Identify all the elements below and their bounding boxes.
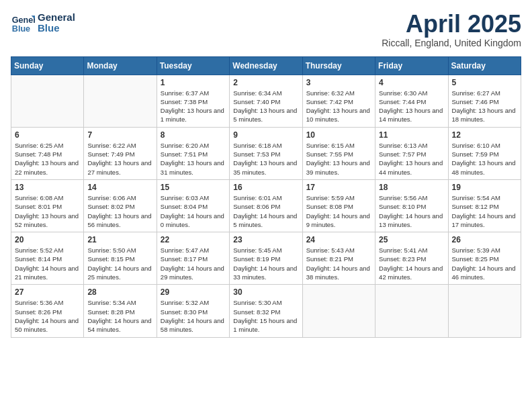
day-info: Sunrise: 6:01 AM Sunset: 8:06 PM Dayligh…: [233, 193, 298, 229]
day-info: Sunrise: 5:32 AM Sunset: 8:30 PM Dayligh…: [161, 298, 226, 334]
day-number: 27: [15, 287, 80, 297]
day-number: 24: [306, 235, 371, 244]
day-number: 25: [379, 235, 444, 244]
day-number: 1: [161, 78, 226, 87]
day-info: Sunrise: 5:52 AM Sunset: 8:14 PM Dayligh…: [15, 246, 80, 281]
calendar-week-row-5: 27Sunrise: 5:36 AM Sunset: 8:26 PM Dayli…: [11, 285, 521, 337]
calendar-cell: 14Sunrise: 6:06 AM Sunset: 8:02 PM Dayli…: [84, 179, 157, 232]
calendar-cell: 12Sunrise: 6:10 AM Sunset: 7:59 PM Dayli…: [448, 127, 521, 179]
day-info: Sunrise: 6:34 AM Sunset: 7:40 PM Dayligh…: [233, 89, 298, 124]
calendar-cell: 23Sunrise: 5:45 AM Sunset: 8:19 PM Dayli…: [230, 232, 302, 285]
location: Riccall, England, United Kingdom: [382, 38, 521, 48]
day-info: Sunrise: 6:37 AM Sunset: 7:38 PM Dayligh…: [161, 89, 226, 124]
day-number: 2: [233, 78, 298, 87]
calendar-cell: 30Sunrise: 5:30 AM Sunset: 8:32 PM Dayli…: [230, 285, 302, 337]
day-number: 17: [306, 183, 371, 192]
svg-text:Blue: Blue: [12, 24, 30, 34]
logo-general: General: [38, 12, 75, 24]
day-number: 20: [15, 235, 80, 244]
calendar-cell: 25Sunrise: 5:41 AM Sunset: 8:23 PM Dayli…: [375, 232, 448, 285]
calendar-cell: 1Sunrise: 6:37 AM Sunset: 7:38 PM Daylig…: [157, 75, 229, 127]
calendar-cell: 24Sunrise: 5:43 AM Sunset: 8:21 PM Dayli…: [302, 232, 375, 285]
day-info: Sunrise: 6:32 AM Sunset: 7:42 PM Dayligh…: [306, 89, 371, 124]
day-number: 28: [87, 287, 152, 297]
day-info: Sunrise: 5:34 AM Sunset: 8:28 PM Dayligh…: [87, 298, 152, 334]
day-info: Sunrise: 6:20 AM Sunset: 7:51 PM Dayligh…: [161, 141, 226, 177]
day-info: Sunrise: 6:27 AM Sunset: 7:46 PM Dayligh…: [452, 89, 517, 124]
day-info: Sunrise: 6:03 AM Sunset: 8:04 PM Dayligh…: [161, 193, 226, 229]
month-title: April 2025: [382, 11, 521, 38]
calendar-cell: [11, 75, 84, 127]
day-info: Sunrise: 5:50 AM Sunset: 8:15 PM Dayligh…: [87, 246, 152, 281]
day-info: Sunrise: 6:18 AM Sunset: 7:53 PM Dayligh…: [233, 141, 298, 177]
calendar-cell: 8Sunrise: 6:20 AM Sunset: 7:51 PM Daylig…: [157, 127, 229, 179]
day-info: Sunrise: 5:56 AM Sunset: 8:10 PM Dayligh…: [379, 193, 444, 229]
day-number: 23: [233, 235, 298, 244]
calendar-cell: 26Sunrise: 5:39 AM Sunset: 8:25 PM Dayli…: [448, 232, 521, 285]
weekday-header-saturday: Saturday: [448, 56, 521, 75]
calendar-cell: 19Sunrise: 5:54 AM Sunset: 8:12 PM Dayli…: [448, 179, 521, 232]
day-info: Sunrise: 6:15 AM Sunset: 7:55 PM Dayligh…: [306, 141, 371, 177]
day-number: 29: [161, 287, 226, 297]
day-number: 4: [379, 78, 444, 87]
day-number: 15: [161, 183, 226, 192]
day-info: Sunrise: 5:41 AM Sunset: 8:23 PM Dayligh…: [379, 246, 444, 281]
day-number: 30: [233, 287, 298, 297]
calendar-cell: 10Sunrise: 6:15 AM Sunset: 7:55 PM Dayli…: [302, 127, 375, 179]
day-number: 9: [233, 130, 298, 140]
title-block: April 2025 Riccall, England, United King…: [382, 11, 521, 48]
calendar-cell: 27Sunrise: 5:36 AM Sunset: 8:26 PM Dayli…: [11, 285, 84, 337]
weekday-header-thursday: Thursday: [302, 56, 375, 75]
day-info: Sunrise: 5:59 AM Sunset: 8:08 PM Dayligh…: [306, 193, 371, 229]
day-number: 8: [161, 130, 226, 140]
calendar-cell: [84, 75, 157, 127]
calendar-cell: 18Sunrise: 5:56 AM Sunset: 8:10 PM Dayli…: [375, 179, 448, 232]
day-number: 16: [233, 183, 298, 192]
day-info: Sunrise: 6:25 AM Sunset: 7:48 PM Dayligh…: [15, 141, 80, 177]
calendar-cell: 2Sunrise: 6:34 AM Sunset: 7:40 PM Daylig…: [230, 75, 302, 127]
day-number: 19: [452, 183, 517, 192]
day-info: Sunrise: 6:08 AM Sunset: 8:01 PM Dayligh…: [15, 193, 80, 229]
weekday-header-wednesday: Wednesday: [230, 56, 302, 75]
day-number: 7: [87, 130, 152, 140]
day-info: Sunrise: 5:54 AM Sunset: 8:12 PM Dayligh…: [452, 193, 517, 229]
calendar-cell: 15Sunrise: 6:03 AM Sunset: 8:04 PM Dayli…: [157, 179, 229, 232]
calendar-week-row-3: 13Sunrise: 6:08 AM Sunset: 8:01 PM Dayli…: [11, 179, 521, 232]
weekday-header-monday: Monday: [84, 56, 157, 75]
day-number: 12: [452, 130, 517, 140]
calendar-cell: 7Sunrise: 6:22 AM Sunset: 7:49 PM Daylig…: [84, 127, 157, 179]
calendar-cell: 22Sunrise: 5:47 AM Sunset: 8:17 PM Dayli…: [157, 232, 229, 285]
day-info: Sunrise: 5:30 AM Sunset: 8:32 PM Dayligh…: [233, 298, 298, 334]
logo-icon: General Blue: [11, 11, 35, 35]
calendar-cell: 20Sunrise: 5:52 AM Sunset: 8:14 PM Dayli…: [11, 232, 84, 285]
day-number: 11: [379, 130, 444, 140]
calendar-cell: 28Sunrise: 5:34 AM Sunset: 8:28 PM Dayli…: [84, 285, 157, 337]
calendar-cell: 16Sunrise: 6:01 AM Sunset: 8:06 PM Dayli…: [230, 179, 302, 232]
calendar-cell: 17Sunrise: 5:59 AM Sunset: 8:08 PM Dayli…: [302, 179, 375, 232]
weekday-header-row: SundayMondayTuesdayWednesdayThursdayFrid…: [11, 56, 521, 75]
day-info: Sunrise: 5:45 AM Sunset: 8:19 PM Dayligh…: [233, 246, 298, 281]
day-number: 21: [87, 235, 152, 244]
calendar-cell: [448, 285, 521, 337]
calendar-cell: 29Sunrise: 5:32 AM Sunset: 8:30 PM Dayli…: [157, 285, 229, 337]
day-info: Sunrise: 6:13 AM Sunset: 7:57 PM Dayligh…: [379, 141, 444, 177]
day-number: 14: [87, 183, 152, 192]
day-number: 10: [306, 130, 371, 140]
calendar-cell: 4Sunrise: 6:30 AM Sunset: 7:44 PM Daylig…: [375, 75, 448, 127]
page-header: General Blue General Blue April 2025 Ric…: [11, 11, 521, 48]
calendar-cell: 21Sunrise: 5:50 AM Sunset: 8:15 PM Dayli…: [84, 232, 157, 285]
calendar-table: SundayMondayTuesdayWednesdayThursdayFrid…: [11, 56, 521, 338]
calendar-cell: 6Sunrise: 6:25 AM Sunset: 7:48 PM Daylig…: [11, 127, 84, 179]
day-number: 5: [452, 78, 517, 87]
day-number: 6: [15, 130, 80, 140]
day-info: Sunrise: 6:30 AM Sunset: 7:44 PM Dayligh…: [379, 89, 444, 124]
day-info: Sunrise: 6:22 AM Sunset: 7:49 PM Dayligh…: [87, 141, 152, 177]
day-number: 18: [379, 183, 444, 192]
calendar-cell: 13Sunrise: 6:08 AM Sunset: 8:01 PM Dayli…: [11, 179, 84, 232]
weekday-header-sunday: Sunday: [11, 56, 84, 75]
day-number: 22: [161, 235, 226, 244]
calendar-cell: 5Sunrise: 6:27 AM Sunset: 7:46 PM Daylig…: [448, 75, 521, 127]
logo: General Blue General Blue: [11, 11, 75, 35]
day-number: 13: [15, 183, 80, 192]
calendar-cell: [375, 285, 448, 337]
